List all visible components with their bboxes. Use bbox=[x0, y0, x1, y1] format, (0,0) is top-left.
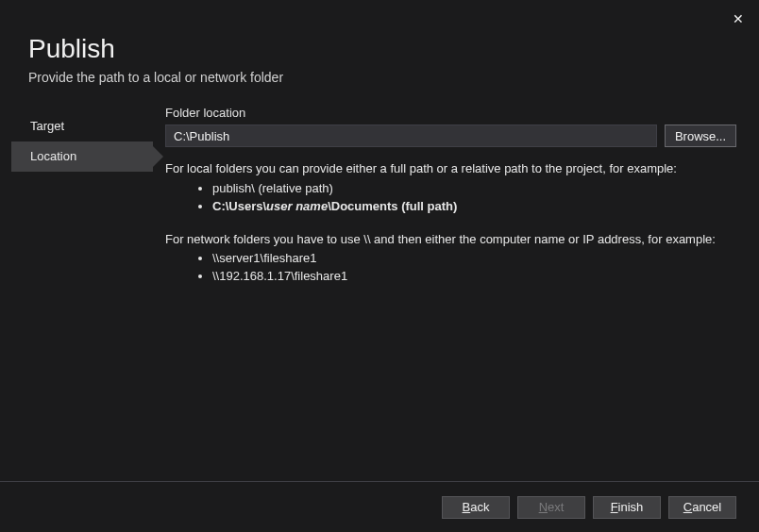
dialog-title: Publish bbox=[28, 34, 283, 64]
wizard-step-target[interactable]: Target bbox=[11, 111, 153, 141]
close-icon: ✕ bbox=[733, 11, 744, 26]
help-local-example-full: C:\Users\user name\Documents (full path) bbox=[212, 198, 736, 216]
help-local-full-username: user name bbox=[266, 199, 328, 213]
help-network-example-name: \\server1\fileshare1 bbox=[212, 250, 736, 268]
finish-button[interactable]: Finish bbox=[593, 496, 661, 519]
dialog-footer: Back Next Finish Cancel bbox=[0, 481, 759, 532]
wizard-step-label: Target bbox=[30, 119, 64, 133]
browse-button[interactable]: Browse... bbox=[665, 125, 736, 147]
help-network-example-ip: \\192.168.1.17\fileshare1 bbox=[212, 268, 736, 286]
help-local-full-suffix: \Documents (full path) bbox=[328, 199, 457, 213]
folder-location-input[interactable] bbox=[165, 125, 657, 147]
dialog-subtitle: Provide the path to a local or network f… bbox=[28, 70, 283, 85]
help-local-full-prefix: C:\Users\ bbox=[212, 199, 266, 213]
content-pane: Folder location Browse... For local fold… bbox=[165, 106, 736, 301]
wizard-steps-sidebar: Target Location bbox=[11, 111, 153, 172]
wizard-step-location[interactable]: Location bbox=[11, 141, 153, 172]
dialog-header: Publish Provide the path to a local or n… bbox=[28, 34, 283, 85]
help-network-intro: For network folders you have to use \\ a… bbox=[165, 231, 736, 249]
folder-location-row: Browse... bbox=[165, 125, 736, 147]
folder-location-label: Folder location bbox=[165, 106, 736, 120]
cancel-button[interactable]: Cancel bbox=[668, 496, 736, 519]
wizard-step-label: Location bbox=[30, 149, 76, 163]
close-button[interactable]: ✕ bbox=[727, 8, 750, 30]
back-button[interactable]: Back bbox=[442, 496, 510, 519]
help-text: For local folders you can provide either… bbox=[165, 160, 736, 286]
help-local-intro: For local folders you can provide either… bbox=[165, 160, 736, 178]
next-button: Next bbox=[517, 496, 585, 519]
help-local-example-relative: publish\ (relative path) bbox=[212, 180, 736, 198]
